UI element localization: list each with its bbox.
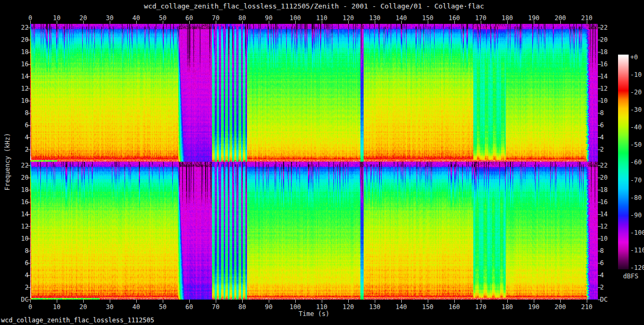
- freq-tick-mark: [598, 40, 601, 40]
- time-tick-mark: [57, 21, 57, 24]
- time-tick-mark: [30, 21, 31, 24]
- freq-tick-label: 18: [600, 186, 607, 194]
- time-tick-label: 70: [212, 303, 219, 311]
- time-tick-mark: [295, 300, 296, 303]
- time-tick-label: 190: [528, 303, 540, 311]
- time-tick-mark: [295, 21, 296, 24]
- time-tick-mark: [428, 300, 428, 303]
- freq-tick-mark: [598, 137, 601, 138]
- time-tick-mark: [560, 21, 561, 24]
- legend-tick-label: -20: [630, 89, 642, 96]
- time-tick-label: 150: [422, 303, 434, 311]
- legend-tick-label: -40: [630, 124, 642, 131]
- time-tick-label: 0: [28, 303, 32, 311]
- time-tick-mark: [30, 300, 31, 303]
- time-tick-mark: [136, 300, 137, 303]
- time-tick-mark: [587, 21, 587, 24]
- time-tick-mark: [242, 300, 243, 303]
- freq-tick-mark: [27, 275, 30, 276]
- time-tick-label: 140: [395, 303, 407, 311]
- freq-tick-mark: [598, 165, 601, 166]
- freq-tick-label: 10: [600, 97, 607, 104]
- legend-tick-label: -120: [630, 264, 644, 271]
- legend-tick-label: -90: [630, 212, 642, 219]
- freq-tick-mark: [27, 263, 30, 263]
- freq-tick-mark: [27, 76, 30, 77]
- legend-tick-label: +0: [630, 54, 638, 61]
- freq-tick-label: 14: [600, 210, 607, 218]
- freq-tick-mark: [598, 251, 601, 251]
- time-tick-mark: [216, 300, 216, 303]
- time-tick-mark: [454, 300, 455, 303]
- freq-tick-mark: [598, 287, 601, 288]
- time-tick-mark: [216, 21, 216, 24]
- legend-tick-label: -10: [630, 71, 642, 78]
- freq-tick-mark: [27, 214, 30, 215]
- time-tick-mark: [375, 21, 375, 24]
- freq-tick-mark: [598, 76, 601, 77]
- time-tick-label: 180: [501, 303, 513, 311]
- freq-tick-label: 14: [600, 73, 607, 80]
- freq-tick-mark: [598, 202, 601, 203]
- time-tick-mark: [189, 21, 190, 24]
- freq-tick-label: 16: [600, 198, 607, 206]
- channel-1-spectrogram: [30, 24, 598, 162]
- time-tick-mark: [375, 300, 375, 303]
- freq-tick-mark: [598, 64, 601, 65]
- freq-tick-mark: [27, 101, 30, 101]
- freq-tick-label: 12: [600, 223, 607, 230]
- legend-tick-label: -70: [630, 177, 642, 184]
- time-tick-mark: [507, 300, 508, 303]
- freq-tick-mark: [598, 125, 601, 126]
- freq-tick-mark: [598, 178, 601, 178]
- time-tick-mark: [348, 21, 349, 24]
- freq-tick-mark: [598, 52, 601, 52]
- freq-tick-mark: [27, 190, 30, 190]
- freq-tick-mark: [598, 113, 601, 113]
- legend-tick-label: -110: [630, 247, 644, 254]
- freq-tick-mark: [27, 251, 30, 251]
- freq-tick-mark: [598, 214, 601, 215]
- time-tick-mark: [428, 21, 428, 24]
- time-tick-mark: [110, 300, 110, 303]
- freq-tick-label: 20: [600, 174, 607, 181]
- legend-unit-label: dBFS: [616, 273, 644, 280]
- freq-tick-mark: [27, 89, 30, 89]
- time-tick-label: 90: [265, 303, 272, 311]
- time-tick-mark: [322, 300, 322, 303]
- freq-tick-label: 10: [600, 235, 607, 242]
- freq-tick-mark: [598, 101, 601, 101]
- time-tick-mark: [57, 300, 57, 303]
- time-tick-mark: [242, 21, 243, 24]
- freq-tick-mark: [598, 300, 601, 300]
- legend-tick-label: -60: [630, 159, 642, 166]
- legend-tick-label: -80: [630, 194, 642, 201]
- freq-tick-mark: [27, 300, 30, 300]
- time-tick-label: 50: [159, 303, 166, 311]
- freq-tick-mark: [27, 125, 30, 126]
- freq-tick-label: 12: [600, 85, 607, 92]
- freq-tick-mark: [27, 239, 30, 239]
- time-tick-label: 100: [289, 303, 301, 311]
- time-tick-label: 10: [53, 303, 60, 311]
- freq-tick-label: 22: [600, 24, 607, 31]
- spectrogram-viewer: wcd_collage_zenith_flac_lossless_1112505…: [0, 0, 644, 325]
- time-tick-mark: [454, 21, 455, 24]
- channel-2-spectrogram: [30, 162, 598, 300]
- time-tick-label: 110: [316, 303, 328, 311]
- freq-tick-mark: [27, 202, 30, 203]
- time-tick-mark: [269, 300, 269, 303]
- freq-tick-label: 18: [600, 48, 607, 56]
- filename-footer: wcd_collage_zenith_flac_lossless_1112505: [1, 317, 154, 324]
- freq-tick-mark: [598, 226, 601, 227]
- freq-tick-mark: [27, 113, 30, 113]
- time-tick-mark: [163, 21, 163, 24]
- freq-tick-mark: [598, 190, 601, 190]
- time-tick-mark: [401, 21, 402, 24]
- time-tick-mark: [481, 21, 481, 24]
- freq-tick-mark: [598, 239, 601, 239]
- freq-tick-mark: [27, 165, 30, 166]
- time-tick-mark: [110, 21, 110, 24]
- time-tick-label: 40: [133, 303, 140, 311]
- freq-tick-mark: [598, 150, 601, 150]
